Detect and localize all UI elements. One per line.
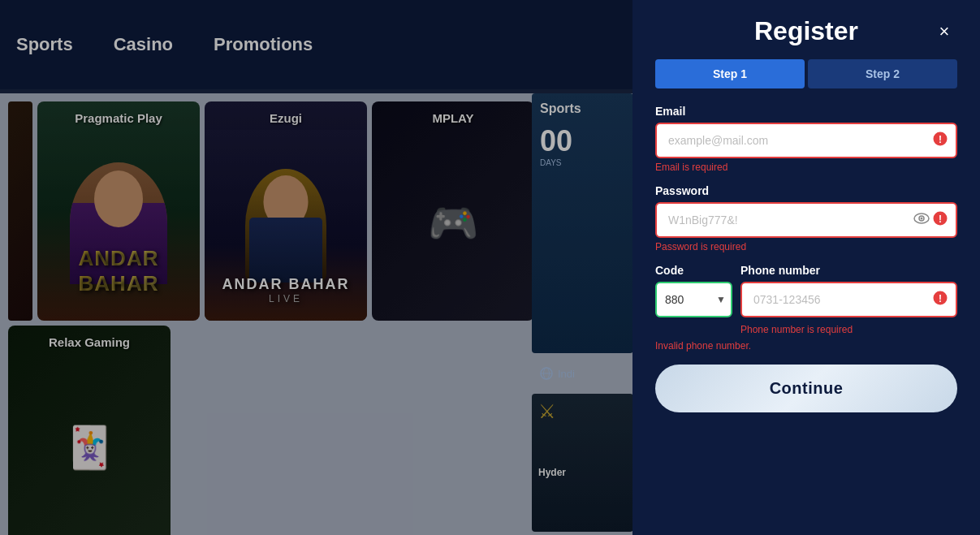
email-field-group: Email ! Email is required <box>655 105 957 173</box>
step2-tab[interactable]: Step 2 <box>808 59 957 88</box>
password-error-icon: ! <box>933 211 948 229</box>
close-button[interactable]: × <box>931 19 957 45</box>
email-input[interactable] <box>655 123 957 158</box>
invalid-phone-error: Invalid phone number. <box>655 340 957 352</box>
phone-number-column: Phone number ! <box>740 264 957 317</box>
step1-tab[interactable]: Step 1 <box>655 59 805 88</box>
phone-label: Phone number <box>740 264 957 277</box>
password-label: Password <box>655 184 957 197</box>
phone-row: Code 880 +1 +44 +91 +61 ▼ Phone number <box>655 264 957 317</box>
svg-point-7 <box>921 218 923 220</box>
email-input-wrapper: ! <box>655 123 957 158</box>
code-label: Code <box>655 264 732 277</box>
register-modal: Register × Step 1 Step 2 Email ! Email i… <box>632 0 980 535</box>
phone-required-error: Phone number is required <box>740 324 957 335</box>
svg-text:!: ! <box>939 214 942 225</box>
phone-input[interactable] <box>740 282 957 317</box>
step-tabs: Step 1 Step 2 <box>655 59 957 88</box>
modal-title: Register <box>754 16 858 46</box>
email-error-text: Email is required <box>655 162 957 173</box>
eye-icon[interactable] <box>913 213 930 227</box>
password-input[interactable] <box>655 202 957 238</box>
password-error-text: Password is required <box>655 241 957 252</box>
svg-text:!: ! <box>939 134 942 145</box>
code-column: Code 880 +1 +44 +91 +61 ▼ <box>655 264 732 317</box>
svg-text:!: ! <box>939 293 942 304</box>
email-label: Email <box>655 105 957 118</box>
password-input-wrapper: ! <box>655 202 957 238</box>
phone-input-wrapper: ! <box>740 282 957 317</box>
modal-header: Register × <box>655 16 957 46</box>
password-field-group: Password ! Password is required <box>655 184 957 252</box>
code-select[interactable]: 880 +1 +44 +91 +61 <box>655 282 732 317</box>
email-error-icon: ! <box>933 132 948 149</box>
continue-button[interactable]: Continue <box>655 365 957 412</box>
code-wrapper: 880 +1 +44 +91 +61 ▼ <box>655 282 732 317</box>
phone-error-icon: ! <box>933 291 948 308</box>
